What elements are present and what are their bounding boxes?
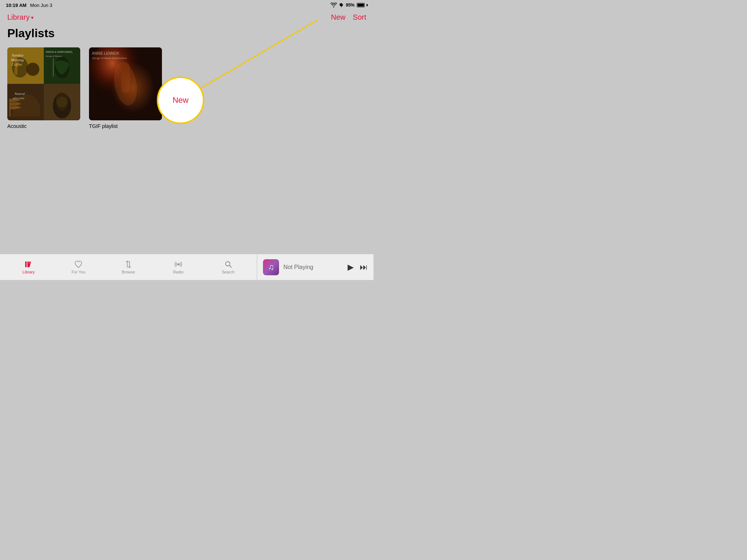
playlist-artwork-acoustic: Sunday Morning Coffee SIMON & GARFUNKEL … xyxy=(7,47,80,120)
svg-text:Songs of Mass Destruction: Songs of Mass Destruction xyxy=(92,57,127,60)
library-dropdown-button[interactable]: Library ▾ xyxy=(7,13,34,22)
tab-browse[interactable]: Browse xyxy=(104,258,154,276)
new-button[interactable]: New xyxy=(331,13,345,22)
svg-rect-28 xyxy=(25,261,27,267)
playlist-item-tgif[interactable]: ANNIE LENNOX Songs of Mass Destruction T… xyxy=(89,47,162,129)
svg-text:selections: selections xyxy=(13,97,24,100)
tab-browse-label: Browse xyxy=(122,270,135,274)
svg-text:Songs of Silence: Songs of Silence xyxy=(46,55,62,57)
artwork-cell-tr: SIMON & GARFUNKEL Songs of Silence xyxy=(44,47,80,84)
battery-tip xyxy=(367,4,368,6)
svg-rect-12 xyxy=(53,58,54,77)
library-label: Library xyxy=(7,13,30,22)
battery-icon xyxy=(357,3,365,7)
tab-search-label: Search xyxy=(222,270,235,274)
tab-radio[interactable]: Radio xyxy=(153,258,203,276)
tab-search[interactable]: Search xyxy=(203,258,253,276)
status-date: Mon Jun 3 xyxy=(30,3,53,8)
tab-for-you[interactable]: For You xyxy=(54,258,104,276)
svg-text:SIMON & GARFUNKEL: SIMON & GARFUNKEL xyxy=(46,51,73,53)
music-app-icon: ♫ xyxy=(263,259,279,275)
playlist-name-acoustic: Acoustic xyxy=(7,123,80,129)
artwork-cell-bl: Natural selections xyxy=(7,84,44,120)
wifi-icon xyxy=(330,3,337,8)
artwork-cell-tl: Sunday Morning Coffee xyxy=(7,47,44,84)
svg-text:Sunday: Sunday xyxy=(12,53,24,57)
artwork-cell-tgif: ANNIE LENNOX Songs of Mass Destruction xyxy=(89,47,162,120)
fast-forward-button[interactable]: ⏭ xyxy=(360,262,368,272)
now-playing-controls: ▶ ⏭ xyxy=(348,262,368,272)
svg-point-31 xyxy=(225,262,230,266)
for-you-tab-icon xyxy=(74,260,83,269)
status-icons: 95% xyxy=(330,3,368,8)
battery-percent: 95% xyxy=(346,3,355,8)
svg-line-32 xyxy=(229,265,232,268)
status-bar: 10:19 AM Mon Jun 3 95% xyxy=(0,0,374,10)
tab-for-you-label: For You xyxy=(71,270,85,274)
svg-text:Coffee: Coffee xyxy=(12,62,22,66)
now-playing-bar[interactable]: ♫ Not Playing ▶ ⏭ xyxy=(257,254,374,280)
library-chevron-icon: ▾ xyxy=(31,15,34,20)
svg-point-8 xyxy=(26,63,39,76)
now-playing-text: Not Playing xyxy=(283,264,343,271)
header: Library ▾ New Sort xyxy=(0,10,374,23)
tab-items-left: Library For You Browse xyxy=(0,258,257,276)
playlist-item-acoustic[interactable]: Sunday Morning Coffee SIMON & GARFUNKEL … xyxy=(7,47,80,129)
artwork-cell-br xyxy=(44,84,80,120)
status-time: 10:19 AM xyxy=(6,3,27,8)
browse-tab-icon xyxy=(124,260,133,269)
playlist-artwork-tgif: ANNIE LENNOX Songs of Mass Destruction xyxy=(89,47,162,120)
play-button[interactable]: ▶ xyxy=(348,262,354,272)
playlist-name-tgif: TGIF playlist xyxy=(89,123,162,129)
radio-tab-icon xyxy=(174,260,183,269)
search-tab-icon xyxy=(224,260,233,269)
tab-bar: Library For You Browse xyxy=(0,254,374,280)
header-actions: New Sort xyxy=(331,13,366,22)
svg-text:Morning: Morning xyxy=(11,58,24,62)
music-note-icon: ♫ xyxy=(268,262,274,272)
annotation-circle: New xyxy=(157,77,204,124)
tab-radio-label: Radio xyxy=(173,270,183,274)
library-tab-icon xyxy=(24,260,33,269)
svg-text:Natural: Natural xyxy=(14,92,25,96)
annotation-circle-text: New xyxy=(173,96,189,105)
tab-library-label: Library xyxy=(23,270,35,274)
page-title: Playlists xyxy=(7,27,366,40)
location-icon xyxy=(339,3,344,8)
svg-point-30 xyxy=(177,264,179,265)
sort-button[interactable]: Sort xyxy=(353,13,366,22)
svg-text:ANNIE LENNOX: ANNIE LENNOX xyxy=(92,51,119,55)
tab-library[interactable]: Library xyxy=(4,258,54,276)
